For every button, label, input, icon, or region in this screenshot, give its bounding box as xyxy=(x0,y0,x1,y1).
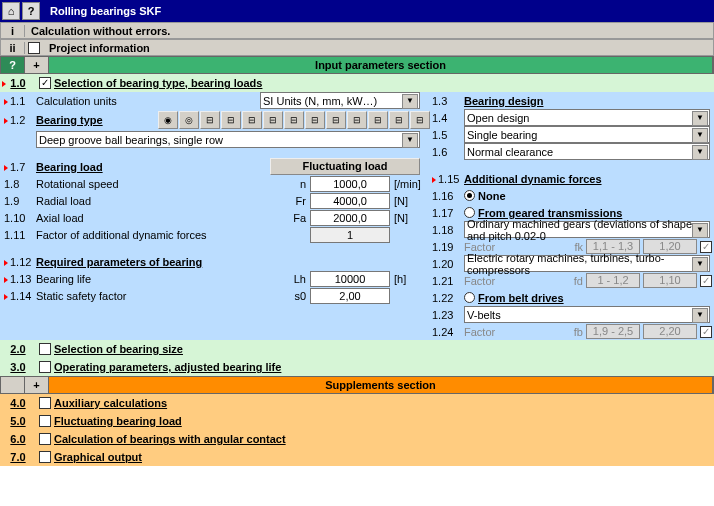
section-6-checkbox[interactable] xyxy=(39,433,51,445)
input-header-label: Input parameters section xyxy=(49,57,713,73)
bt-icon-4[interactable]: ⊟ xyxy=(221,111,241,129)
section-5-checkbox[interactable] xyxy=(39,415,51,427)
section-2-checkbox[interactable] xyxy=(39,343,51,355)
app-icon[interactable]: ⌂ xyxy=(2,2,20,20)
calc-units-select[interactable]: SI Units (N, mm, kW…) xyxy=(260,92,420,109)
info-row-i: i Calculation without errors. xyxy=(0,22,714,39)
clearance-select[interactable]: Normal clearance xyxy=(464,143,710,160)
section-5: 5.0 Fluctuating bearing load xyxy=(0,412,714,430)
rotary-select[interactable]: Electric rotary machines, turbines, turb… xyxy=(464,255,710,272)
bt-icon-13[interactable]: ⊟ xyxy=(410,111,430,129)
open-design-select[interactable]: Open design xyxy=(464,109,710,126)
bearing-type-toolbar: ◉ ◎ ⊟ ⊟ ⊟ ⊟ ⊟ ⊟ ⊟ ⊟ ⊟ ⊟ ⊟ xyxy=(158,111,430,129)
radial-load-input[interactable]: 4000,0 xyxy=(310,193,390,209)
section-4: 4.0 Auxiliary calculations xyxy=(0,394,714,412)
bt-icon-12[interactable]: ⊟ xyxy=(389,111,409,129)
bt-icon-5[interactable]: ⊟ xyxy=(242,111,262,129)
radio-belt[interactable] xyxy=(464,292,475,303)
bt-icon-2[interactable]: ◎ xyxy=(179,111,199,129)
bt-icon-11[interactable]: ⊟ xyxy=(368,111,388,129)
bt-icon-9[interactable]: ⊟ xyxy=(326,111,346,129)
axial-load-input[interactable]: 2000,0 xyxy=(310,210,390,226)
belt-select[interactable]: V-belts xyxy=(464,306,710,323)
section-3-checkbox[interactable] xyxy=(39,361,51,373)
bt-icon-1[interactable]: ◉ xyxy=(158,111,178,129)
info-i-text: Calculation without errors. xyxy=(25,25,170,37)
project-info-checkbox[interactable] xyxy=(28,42,40,54)
section-1-label: Selection of bearing type, bearing loads xyxy=(54,77,262,89)
info-ii-label: ii xyxy=(1,42,25,54)
rot-speed-input[interactable]: 1000,0 xyxy=(310,176,390,192)
supp-expand[interactable]: + xyxy=(25,377,49,393)
factor-dyn-input: 1 xyxy=(310,227,390,243)
info-ii-text: Project information xyxy=(43,42,150,54)
window-title: Rolling bearings SKF xyxy=(50,5,161,17)
input-section-header: ? + Input parameters section xyxy=(0,56,714,74)
bt-icon-6[interactable]: ⊟ xyxy=(263,111,283,129)
bt-icon-8[interactable]: ⊟ xyxy=(305,111,325,129)
safety-factor-input[interactable]: 2,00 xyxy=(310,288,390,304)
section-2: 2.0 Selection of bearing size xyxy=(0,340,714,358)
radio-geared[interactable] xyxy=(464,207,475,218)
section-7: 7.0 Graphical output xyxy=(0,448,714,466)
section-3: 3.0 Operating parameters, adjusted beari… xyxy=(0,358,714,376)
single-bearing-select[interactable]: Single bearing xyxy=(464,126,710,143)
bt-icon-3[interactable]: ⊟ xyxy=(200,111,220,129)
radio-none[interactable] xyxy=(464,190,475,201)
supplements-header: + Supplements section xyxy=(0,376,714,394)
section-7-checkbox[interactable] xyxy=(39,451,51,463)
section-6: 6.0 Calculation of bearings with angular… xyxy=(0,430,714,448)
info-row-ii: ii Project information xyxy=(0,39,714,56)
title-bar: ⌂ ? Rolling bearings SKF xyxy=(0,0,714,22)
fd-auto-checkbox[interactable] xyxy=(700,275,712,287)
section-1: 1.0 Selection of bearing type, bearing l… xyxy=(0,74,714,92)
bt-icon-10[interactable]: ⊟ xyxy=(347,111,367,129)
supp-header-label: Supplements section xyxy=(49,377,713,393)
geared-select[interactable]: Ordinary machined gears (deviations of s… xyxy=(464,221,710,238)
section-4-checkbox[interactable] xyxy=(39,397,51,409)
help-icon[interactable]: ? xyxy=(22,2,40,20)
input-body: 1.1 Calculation units SI Units (N, mm, k… xyxy=(0,92,714,340)
bearing-life-input[interactable]: 10000 xyxy=(310,271,390,287)
bearing-type-select[interactable]: Deep groove ball bearings, single row xyxy=(36,131,420,148)
help-toggle[interactable]: ? xyxy=(1,57,25,73)
info-i-label: i xyxy=(1,25,25,37)
fluctuating-load-button[interactable]: Fluctuating load xyxy=(270,158,420,175)
section-1-checkbox[interactable] xyxy=(39,77,51,89)
fb-auto-checkbox[interactable] xyxy=(700,326,712,338)
bt-icon-7[interactable]: ⊟ xyxy=(284,111,304,129)
expand-toggle[interactable]: + xyxy=(25,57,49,73)
